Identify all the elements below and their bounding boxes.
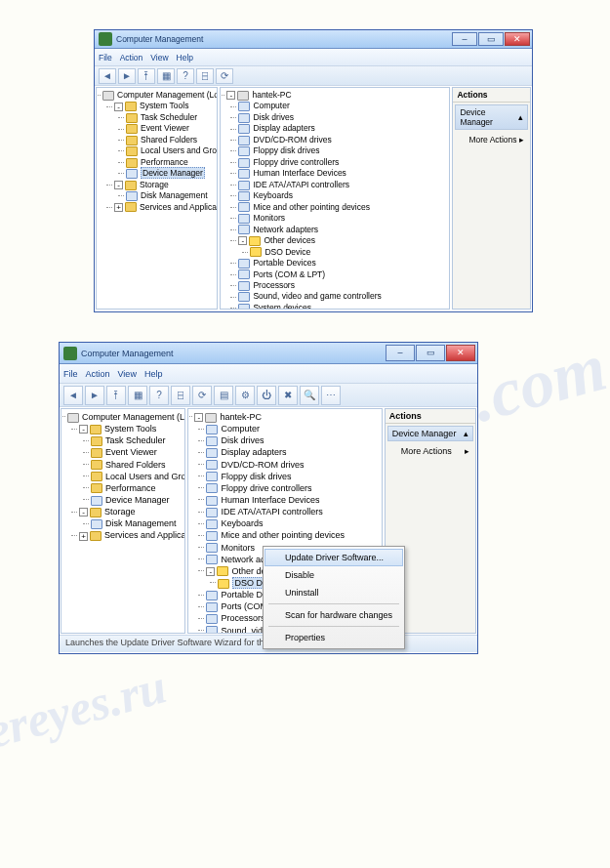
menu-action[interactable]: Action: [86, 369, 110, 379]
up-icon[interactable]: ⭱: [138, 68, 155, 84]
tree-item[interactable]: Computer: [206, 423, 379, 434]
expand-icon[interactable]: +: [114, 203, 123, 212]
titlebar[interactable]: Computer Management – ▭ ✕: [95, 30, 532, 49]
titlebar[interactable]: Computer Management – ▭ ✕: [60, 343, 477, 364]
disable-icon[interactable]: ⏻: [257, 386, 276, 405]
tree-item[interactable]: Disk drives: [206, 434, 379, 446]
refresh-icon[interactable]: ⟳: [192, 386, 212, 405]
tree-item-dso[interactable]: DSO Device: [250, 247, 447, 258]
tree-item[interactable]: Floppy drive controllers: [238, 157, 447, 168]
tree-item[interactable]: System devices: [238, 303, 447, 310]
menu-action[interactable]: Action: [120, 53, 143, 62]
back-icon[interactable]: ◄: [99, 68, 116, 84]
expand-icon[interactable]: -: [79, 425, 88, 434]
back-icon[interactable]: ◄: [63, 386, 83, 405]
menu-scan-hardware[interactable]: Scan for hardware changes: [264, 606, 403, 624]
expand-icon[interactable]: -: [114, 181, 123, 189]
tree-item[interactable]: Floppy disk drives: [238, 145, 447, 156]
refresh-icon[interactable]: ⟳: [216, 68, 233, 84]
properties-icon[interactable]: ⌸: [171, 386, 190, 405]
tree-item[interactable]: Mice and other pointing devices: [238, 202, 447, 213]
expand-icon[interactable]: -: [114, 103, 123, 111]
actions-more[interactable]: More Actions▸: [386, 443, 475, 459]
tree-item[interactable]: Keyboards: [238, 190, 447, 201]
menu-properties[interactable]: Properties: [264, 629, 403, 646]
tree-item[interactable]: -Other devices DSO Device: [238, 235, 447, 258]
tree-item[interactable]: Local Users and Groups: [126, 145, 215, 156]
tree-item[interactable]: Floppy drive controllers: [206, 482, 379, 494]
tree-item[interactable]: IDE ATA/ATAPI controllers: [206, 506, 379, 517]
forward-icon[interactable]: ►: [118, 68, 136, 84]
tree-item[interactable]: Task Scheduler: [126, 112, 215, 123]
tree-item[interactable]: Network adapters: [238, 225, 447, 235]
nav-tree[interactable]: Computer Management (Local) -System Tool…: [61, 408, 185, 634]
tree-item[interactable]: Portable Devices: [238, 258, 447, 269]
tree-item[interactable]: Monitors: [238, 213, 447, 224]
tree-item[interactable]: Task Scheduler: [91, 434, 183, 446]
tree-item[interactable]: Disk drives: [238, 112, 447, 123]
device-tree[interactable]: -hantek-PC Computer Disk drives Display …: [220, 87, 450, 310]
tree-item[interactable]: Mice and other pointing devices: [206, 529, 379, 541]
update-driver-icon[interactable]: ⚙: [235, 386, 255, 405]
menu-file[interactable]: File: [63, 369, 78, 379]
menu-help[interactable]: Help: [177, 53, 193, 62]
tree-item[interactable]: Performance: [91, 482, 183, 494]
expand-icon[interactable]: -: [226, 91, 235, 100]
tree-item[interactable]: Ports (COM & LPT): [238, 269, 447, 280]
actions-section[interactable]: Device Manager▴: [387, 426, 473, 441]
tree-item[interactable]: Sound, video and game controllers: [238, 291, 447, 302]
help-icon[interactable]: ?: [149, 386, 169, 405]
expand-icon[interactable]: -: [206, 567, 215, 576]
tree-item[interactable]: Computer: [238, 101, 447, 111]
scan-icon[interactable]: 🔍: [300, 386, 319, 405]
properties-icon[interactable]: ⌸: [196, 68, 214, 84]
uninstall-icon[interactable]: ✖: [278, 386, 298, 405]
expand-icon[interactable]: -: [79, 508, 88, 517]
actions-section[interactable]: Device Manager▴: [455, 104, 528, 130]
tree-item[interactable]: IDE ATA/ATAPI controllers: [238, 180, 447, 190]
tree-item[interactable]: Disk Management: [126, 190, 215, 201]
tree-item[interactable]: Floppy disk drives: [206, 471, 379, 482]
tree-item-device-manager[interactable]: Device Manager: [91, 494, 183, 506]
tree-item[interactable]: Shared Folders: [126, 135, 215, 145]
tree-item[interactable]: Human Interface Devices: [206, 494, 379, 506]
up-icon[interactable]: ⭱: [106, 386, 126, 405]
actions-more[interactable]: More Actions▸: [453, 132, 530, 147]
tree-item[interactable]: DVD/CD-ROM drives: [238, 135, 447, 145]
close-button[interactable]: ✕: [446, 345, 475, 361]
minimize-button[interactable]: –: [386, 345, 415, 361]
expand-icon[interactable]: -: [238, 236, 247, 245]
menu-file[interactable]: File: [99, 53, 112, 62]
show-hide-icon[interactable]: ▦: [157, 68, 175, 84]
tree-item[interactable]: +Services and Applications: [114, 202, 215, 213]
menu-disable[interactable]: Disable: [264, 566, 403, 584]
menu-view[interactable]: View: [150, 53, 168, 62]
tree-item[interactable]: +Services and Applications: [79, 529, 183, 541]
forward-icon[interactable]: ►: [85, 386, 104, 405]
help-icon[interactable]: ?: [177, 68, 194, 84]
tree-item[interactable]: Display adapters: [238, 123, 447, 134]
tree-item[interactable]: Local Users and Groups: [91, 471, 183, 482]
minimize-button[interactable]: –: [452, 32, 477, 46]
tree-item-device-manager[interactable]: Device Manager: [126, 168, 215, 179]
tree-item[interactable]: Human Interface Devices: [238, 168, 447, 179]
tree-item[interactable]: Disk Management: [91, 517, 183, 529]
export-icon[interactable]: ▤: [214, 386, 233, 405]
menu-update-driver[interactable]: Update Driver Software...: [264, 549, 403, 566]
tree-item[interactable]: DVD/CD-ROM drives: [206, 459, 379, 471]
tree-item[interactable]: Event Viewer: [126, 123, 215, 134]
show-hide-icon[interactable]: ▦: [128, 386, 147, 405]
nav-tree[interactable]: Computer Management (Local) -System Tool…: [96, 87, 218, 310]
expand-icon[interactable]: +: [79, 532, 88, 541]
maximize-button[interactable]: ▭: [478, 32, 504, 46]
tree-item[interactable]: Shared Folders: [91, 459, 183, 471]
close-button[interactable]: ✕: [505, 32, 530, 46]
tree-item[interactable]: Event Viewer: [91, 446, 183, 458]
expand-icon[interactable]: -: [194, 413, 203, 422]
menu-uninstall[interactable]: Uninstall: [264, 584, 403, 601]
tree-item[interactable]: Display adapters: [206, 446, 379, 458]
extra-icon[interactable]: ⋯: [321, 386, 341, 405]
tree-item[interactable]: Keyboards: [206, 517, 379, 529]
tree-item[interactable]: Processors: [238, 280, 447, 291]
menu-view[interactable]: View: [118, 369, 137, 379]
